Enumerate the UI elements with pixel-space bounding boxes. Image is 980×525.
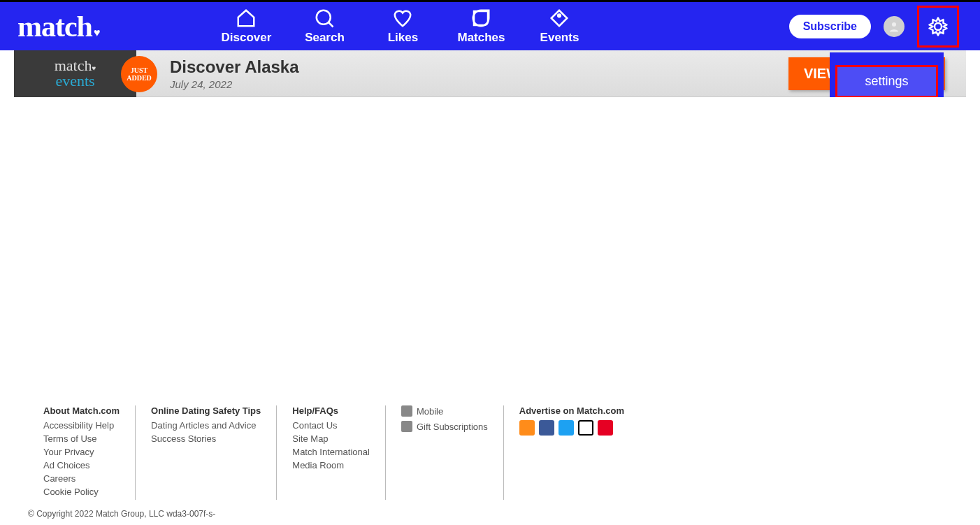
svg-point-0 xyxy=(317,10,331,24)
nav-label: Events xyxy=(540,31,579,45)
nav-discover[interactable]: Discover xyxy=(211,8,281,45)
search-icon xyxy=(314,8,335,29)
badge-line1: JUST xyxy=(131,66,147,74)
event-date: July 24, 2022 xyxy=(170,78,299,90)
chat-icon xyxy=(470,8,491,29)
heart-icon: ♥ xyxy=(94,27,100,39)
event-text: Discover Alaska July 24, 2022 xyxy=(170,57,299,90)
nav-right: Subscribe xyxy=(789,6,980,48)
nav-likes[interactable]: Likes xyxy=(368,8,438,45)
svg-point-2 xyxy=(559,14,561,17)
nav-label: Search xyxy=(305,31,345,45)
nav-events[interactable]: Events xyxy=(524,8,594,45)
subscribe-button[interactable]: Subscribe xyxy=(789,15,871,38)
svg-line-1 xyxy=(329,22,333,27)
user-icon xyxy=(888,20,900,33)
nav-search[interactable]: Search xyxy=(289,8,359,45)
event-title: Discover Alaska xyxy=(170,57,299,77)
events-logo-bottom: events xyxy=(55,72,94,89)
events-logo: match♥ events JUST ADDED xyxy=(14,50,136,97)
heart-icon: ♥ xyxy=(92,64,96,72)
tag-icon xyxy=(549,8,570,29)
just-added-badge: JUST ADDED xyxy=(121,56,157,92)
gear-icon xyxy=(928,16,949,37)
nav-label: Discover xyxy=(222,31,272,45)
nav-matches[interactable]: Matches xyxy=(446,8,516,45)
nav-label: Matches xyxy=(457,31,505,45)
badge-line2: ADDED xyxy=(127,74,152,82)
logo[interactable]: match♥ xyxy=(0,10,127,43)
nav-items: Discover Search Likes Matches Events xyxy=(211,8,594,45)
navbar: match♥ Discover Search Likes Matches Eve… xyxy=(0,0,980,50)
svg-point-4 xyxy=(935,23,942,30)
dropdown-settings[interactable]: settings xyxy=(835,65,938,97)
event-banner: match♥ events JUST ADDED Discover Alaska… xyxy=(14,50,966,97)
settings-dropdown: settings help sign out xyxy=(830,52,944,97)
home-icon xyxy=(236,8,257,29)
avatar[interactable] xyxy=(884,16,905,37)
logo-text: match xyxy=(17,10,92,43)
heart-outline-icon xyxy=(392,8,413,29)
nav-label: Likes xyxy=(388,31,418,45)
svg-point-3 xyxy=(892,22,896,27)
settings-gear-button[interactable] xyxy=(917,6,959,48)
